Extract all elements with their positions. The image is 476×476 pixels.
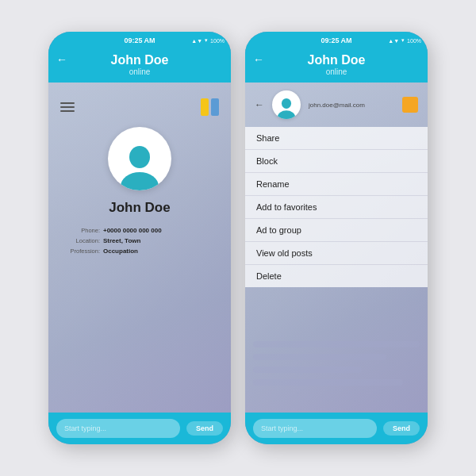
stripe-2 <box>253 354 386 360</box>
header-2: ← John Doe online <box>245 49 428 83</box>
message-input-2[interactable] <box>253 419 377 438</box>
send-button-2[interactable]: Send <box>383 421 420 436</box>
menu-item-view-old-posts[interactable]: View old posts <box>245 242 428 265</box>
status-time-1: 09:25 AM <box>124 36 155 44</box>
phone-row: Phone: +0000 0000 000 000 <box>60 227 219 234</box>
profession-label: Profession: <box>60 248 100 255</box>
menu-item-block[interactable]: Block <box>245 150 428 173</box>
person-silhouette-small-icon <box>276 97 297 119</box>
phone-profile: 09:25 AM ▲▼ ▾ 100% ← John Doe online <box>48 32 231 444</box>
profession-row: Profession: Occupation <box>60 248 219 255</box>
input-bar-2: Send <box>245 413 428 444</box>
profession-value: Occupation <box>103 248 138 255</box>
menu-item-share[interactable]: Share <box>245 127 428 150</box>
wifi-icon-1: ▾ <box>205 37 208 44</box>
avatar-circle <box>108 127 171 190</box>
menu-top-right <box>402 97 418 113</box>
header-name-1: John Doe <box>111 53 169 67</box>
menu-top-bar: ← john.doe@mail.com <box>245 83 428 127</box>
toolbar-right-1 <box>201 98 219 116</box>
hamburger-line-3 <box>60 110 75 112</box>
menu-content: ← john.doe@mail.com Share Block Rename A… <box>245 83 428 413</box>
profile-name: John Doe <box>109 200 170 216</box>
input-bar-1: Send <box>48 413 231 444</box>
svg-point-3 <box>278 110 295 119</box>
signal-icon-2: ▲▼ <box>388 38 399 44</box>
status-bar-1: 09:25 AM ▲▼ ▾ 100% <box>48 32 231 49</box>
profile-avatar <box>108 127 171 190</box>
menu-email: john.doe@mail.com <box>309 102 365 109</box>
stripe-3 <box>253 367 362 373</box>
header-1: ← John Doe online <box>48 49 231 83</box>
back-button-2[interactable]: ← <box>253 53 264 66</box>
location-value: Street, Town <box>103 237 140 244</box>
battery-icon-2: 100% <box>407 38 421 44</box>
svg-point-0 <box>129 146 150 168</box>
svg-point-2 <box>282 98 291 109</box>
hamburger-line-2 <box>60 106 75 108</box>
battery-icon-1: 100% <box>210 38 225 44</box>
status-bar-2: 09:25 AM ▲▼ ▾ 100% <box>245 32 428 49</box>
signal-icon-1: ▲▼ <box>191 38 202 44</box>
context-menu-list: Share Block Rename Add to favorites Ad t… <box>245 127 428 287</box>
location-label: Location: <box>60 237 100 244</box>
info-table: Phone: +0000 0000 000 000 Location: Stre… <box>60 227 219 258</box>
svg-point-1 <box>121 172 159 190</box>
wifi-icon-2: ▾ <box>401 37 405 44</box>
stripe-1 <box>253 341 420 347</box>
message-input-1[interactable] <box>56 419 180 438</box>
hamburger-line-1 <box>60 102 75 104</box>
location-row: Location: Street, Town <box>60 237 219 244</box>
menu-bottom-area <box>245 287 428 413</box>
menu-item-add-group[interactable]: Ad to group <box>245 219 428 242</box>
stripe-area <box>245 333 428 413</box>
content-toolbar-1 <box>60 98 219 116</box>
back-button-1[interactable]: ← <box>56 53 67 66</box>
menu-item-rename[interactable]: Rename <box>245 173 428 196</box>
menu-back-icon[interactable]: ← <box>255 99 264 110</box>
menu-item-delete[interactable]: Delete <box>245 265 428 287</box>
header-name-2: John Doe <box>308 53 366 67</box>
phone-label: Phone: <box>60 227 100 234</box>
menu-avatar-info: john.doe@mail.com <box>309 102 365 109</box>
menu-color-box[interactable] <box>402 97 418 113</box>
status-icons-1: ▲▼ ▾ 100% <box>191 37 225 44</box>
send-button-1[interactable]: Send <box>186 421 223 436</box>
menu-avatar-small <box>272 90 301 119</box>
stripe-4 <box>253 379 403 386</box>
color-btn-yellow[interactable] <box>201 98 209 116</box>
phone-value: +0000 0000 000 000 <box>103 227 162 234</box>
status-time-2: 09:25 AM <box>321 36 351 44</box>
header-status-2: online <box>326 67 347 76</box>
status-icons-2: ▲▼ ▾ 100% <box>388 37 421 44</box>
menu-item-add-favorites[interactable]: Add to favorites <box>245 196 428 219</box>
hamburger-menu-icon[interactable] <box>60 102 75 112</box>
profile-content: John Doe Phone: +0000 0000 000 000 Locat… <box>48 83 231 413</box>
header-status-1: online <box>129 67 151 76</box>
color-btn-blue[interactable] <box>211 98 219 116</box>
phone-menu: 09:25 AM ▲▼ ▾ 100% ← John Doe online ← j… <box>245 32 428 444</box>
person-silhouette-icon <box>117 143 162 190</box>
